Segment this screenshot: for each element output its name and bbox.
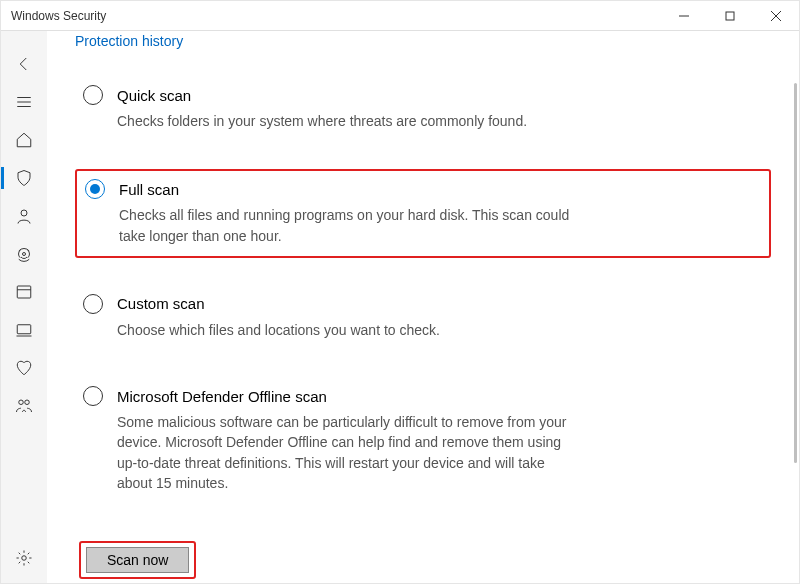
gear-icon	[15, 549, 33, 567]
scan-now-highlight: Scan now	[79, 541, 196, 579]
heart-icon	[15, 359, 33, 377]
nav-performance[interactable]	[1, 349, 47, 387]
option-desc: Choose which files and locations you wan…	[117, 320, 577, 340]
svg-point-8	[23, 253, 26, 256]
option-custom-scan[interactable]: Custom scan Choose which files and locat…	[75, 286, 771, 350]
home-icon	[15, 131, 33, 149]
titlebar: Windows Security	[1, 1, 799, 31]
svg-point-14	[25, 400, 30, 405]
svg-point-15	[22, 556, 27, 561]
nav-device[interactable]	[1, 311, 47, 349]
menu-button[interactable]	[1, 83, 47, 121]
radio-custom-scan[interactable]	[83, 294, 103, 314]
svg-point-7	[21, 210, 27, 216]
main-content: Protection history Quick scan Checks fol…	[47, 31, 799, 583]
nav-account[interactable]	[1, 197, 47, 235]
shield-icon	[15, 169, 33, 187]
nav-firewall[interactable]	[1, 235, 47, 273]
window-title: Windows Security	[11, 9, 106, 23]
browser-icon	[15, 283, 33, 301]
option-desc: Some malicious software can be particula…	[117, 412, 577, 493]
option-title: Custom scan	[117, 295, 205, 312]
radio-quick-scan[interactable]	[83, 85, 103, 105]
minimize-button[interactable]	[661, 1, 707, 31]
scrollbar[interactable]	[791, 43, 797, 581]
radio-offline-scan[interactable]	[83, 386, 103, 406]
radio-full-scan[interactable]	[85, 179, 105, 199]
svg-rect-9	[17, 286, 31, 298]
option-desc: Checks all files and running programs on…	[119, 205, 579, 246]
nav-virus[interactable]	[1, 159, 47, 197]
device-icon	[15, 321, 33, 339]
close-button[interactable]	[753, 1, 799, 31]
nav-appbrowser[interactable]	[1, 273, 47, 311]
option-title: Microsoft Defender Offline scan	[117, 388, 327, 405]
arrow-left-icon	[15, 55, 33, 73]
svg-point-13	[19, 400, 24, 405]
maximize-button[interactable]	[707, 1, 753, 31]
svg-rect-11	[17, 325, 31, 334]
nav-home[interactable]	[1, 121, 47, 159]
wifi-icon	[15, 245, 33, 263]
person-icon	[15, 207, 33, 225]
sidebar	[1, 31, 47, 583]
protection-history-link[interactable]: Protection history	[75, 33, 771, 49]
option-title: Quick scan	[117, 87, 191, 104]
hamburger-icon	[15, 93, 33, 111]
option-offline-scan[interactable]: Microsoft Defender Offline scan Some mal…	[75, 378, 771, 503]
nav-family[interactable]	[1, 387, 47, 425]
option-desc: Checks folders in your system where thre…	[117, 111, 577, 131]
settings-button[interactable]	[1, 539, 47, 577]
back-button[interactable]	[1, 45, 47, 83]
option-full-scan[interactable]: Full scan Checks all files and running p…	[75, 169, 771, 258]
family-icon	[15, 397, 33, 415]
option-quick-scan[interactable]: Quick scan Checks folders in your system…	[75, 77, 771, 141]
svg-rect-1	[726, 12, 734, 20]
scrollbar-thumb[interactable]	[794, 83, 797, 463]
scan-now-button[interactable]: Scan now	[86, 547, 189, 573]
window-controls	[661, 1, 799, 31]
option-title: Full scan	[119, 181, 179, 198]
